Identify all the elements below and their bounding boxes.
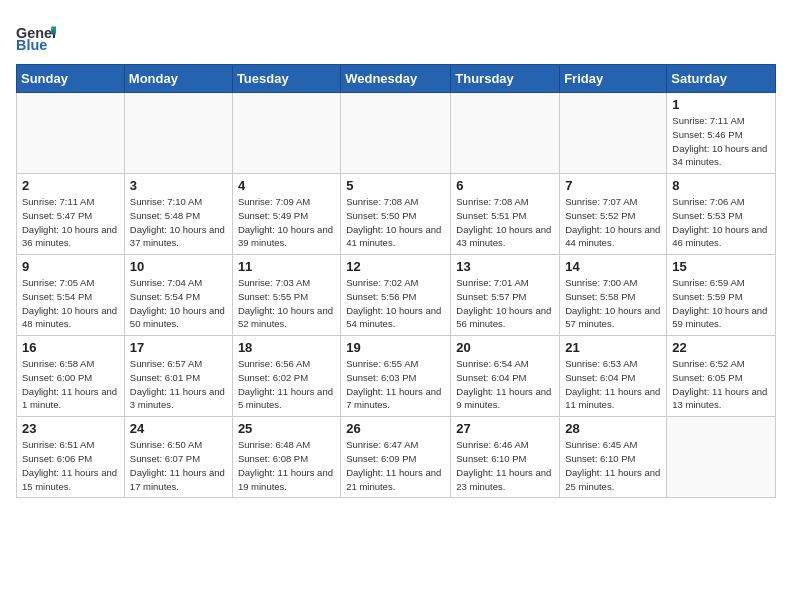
calendar-cell: 14Sunrise: 7:00 AM Sunset: 5:58 PM Dayli… (560, 255, 667, 336)
calendar-cell: 18Sunrise: 6:56 AM Sunset: 6:02 PM Dayli… (232, 336, 340, 417)
calendar-cell: 1Sunrise: 7:11 AM Sunset: 5:46 PM Daylig… (667, 93, 776, 174)
day-number: 25 (238, 421, 335, 436)
calendar-week-row-3: 9Sunrise: 7:05 AM Sunset: 5:54 PM Daylig… (17, 255, 776, 336)
calendar-cell: 11Sunrise: 7:03 AM Sunset: 5:55 PM Dayli… (232, 255, 340, 336)
calendar-cell: 23Sunrise: 6:51 AM Sunset: 6:06 PM Dayli… (17, 417, 125, 498)
calendar-cell (17, 93, 125, 174)
calendar-cell: 12Sunrise: 7:02 AM Sunset: 5:56 PM Dayli… (341, 255, 451, 336)
day-number: 14 (565, 259, 661, 274)
svg-text:Blue: Blue (16, 37, 47, 53)
calendar-cell: 22Sunrise: 6:52 AM Sunset: 6:05 PM Dayli… (667, 336, 776, 417)
day-info: Sunrise: 6:53 AM Sunset: 6:04 PM Dayligh… (565, 357, 661, 412)
calendar-cell: 9Sunrise: 7:05 AM Sunset: 5:54 PM Daylig… (17, 255, 125, 336)
day-info: Sunrise: 6:51 AM Sunset: 6:06 PM Dayligh… (22, 438, 119, 493)
day-info: Sunrise: 7:10 AM Sunset: 5:48 PM Dayligh… (130, 195, 227, 250)
day-number: 15 (672, 259, 770, 274)
calendar-cell: 5Sunrise: 7:08 AM Sunset: 5:50 PM Daylig… (341, 174, 451, 255)
calendar-cell: 15Sunrise: 6:59 AM Sunset: 5:59 PM Dayli… (667, 255, 776, 336)
calendar-cell: 2Sunrise: 7:11 AM Sunset: 5:47 PM Daylig… (17, 174, 125, 255)
day-number: 16 (22, 340, 119, 355)
calendar-cell (667, 417, 776, 498)
calendar-cell: 10Sunrise: 7:04 AM Sunset: 5:54 PM Dayli… (124, 255, 232, 336)
calendar-cell: 21Sunrise: 6:53 AM Sunset: 6:04 PM Dayli… (560, 336, 667, 417)
day-info: Sunrise: 7:00 AM Sunset: 5:58 PM Dayligh… (565, 276, 661, 331)
day-number: 21 (565, 340, 661, 355)
day-number: 20 (456, 340, 554, 355)
calendar-week-row-1: 1Sunrise: 7:11 AM Sunset: 5:46 PM Daylig… (17, 93, 776, 174)
calendar-cell: 7Sunrise: 7:07 AM Sunset: 5:52 PM Daylig… (560, 174, 667, 255)
weekday-header-sunday: Sunday (17, 65, 125, 93)
calendar-cell: 27Sunrise: 6:46 AM Sunset: 6:10 PM Dayli… (451, 417, 560, 498)
day-number: 4 (238, 178, 335, 193)
day-number: 12 (346, 259, 445, 274)
day-info: Sunrise: 7:01 AM Sunset: 5:57 PM Dayligh… (456, 276, 554, 331)
day-info: Sunrise: 6:45 AM Sunset: 6:10 PM Dayligh… (565, 438, 661, 493)
day-number: 2 (22, 178, 119, 193)
day-info: Sunrise: 6:59 AM Sunset: 5:59 PM Dayligh… (672, 276, 770, 331)
day-info: Sunrise: 7:03 AM Sunset: 5:55 PM Dayligh… (238, 276, 335, 331)
day-number: 19 (346, 340, 445, 355)
day-number: 11 (238, 259, 335, 274)
weekday-header-friday: Friday (560, 65, 667, 93)
day-number: 6 (456, 178, 554, 193)
day-number: 10 (130, 259, 227, 274)
day-number: 13 (456, 259, 554, 274)
calendar-cell: 8Sunrise: 7:06 AM Sunset: 5:53 PM Daylig… (667, 174, 776, 255)
day-number: 1 (672, 97, 770, 112)
day-info: Sunrise: 6:46 AM Sunset: 6:10 PM Dayligh… (456, 438, 554, 493)
day-number: 23 (22, 421, 119, 436)
day-info: Sunrise: 7:07 AM Sunset: 5:52 PM Dayligh… (565, 195, 661, 250)
calendar-cell (124, 93, 232, 174)
calendar-week-row-5: 23Sunrise: 6:51 AM Sunset: 6:06 PM Dayli… (17, 417, 776, 498)
calendar-cell: 24Sunrise: 6:50 AM Sunset: 6:07 PM Dayli… (124, 417, 232, 498)
weekday-header-row: SundayMondayTuesdayWednesdayThursdayFrid… (17, 65, 776, 93)
calendar-cell (341, 93, 451, 174)
day-info: Sunrise: 7:11 AM Sunset: 5:46 PM Dayligh… (672, 114, 770, 169)
day-number: 22 (672, 340, 770, 355)
weekday-header-saturday: Saturday (667, 65, 776, 93)
calendar-cell: 25Sunrise: 6:48 AM Sunset: 6:08 PM Dayli… (232, 417, 340, 498)
day-info: Sunrise: 6:58 AM Sunset: 6:00 PM Dayligh… (22, 357, 119, 412)
day-info: Sunrise: 6:52 AM Sunset: 6:05 PM Dayligh… (672, 357, 770, 412)
day-info: Sunrise: 6:47 AM Sunset: 6:09 PM Dayligh… (346, 438, 445, 493)
weekday-header-wednesday: Wednesday (341, 65, 451, 93)
calendar-cell (451, 93, 560, 174)
day-number: 5 (346, 178, 445, 193)
calendar-cell: 17Sunrise: 6:57 AM Sunset: 6:01 PM Dayli… (124, 336, 232, 417)
day-info: Sunrise: 7:05 AM Sunset: 5:54 PM Dayligh… (22, 276, 119, 331)
weekday-header-monday: Monday (124, 65, 232, 93)
calendar-cell: 13Sunrise: 7:01 AM Sunset: 5:57 PM Dayli… (451, 255, 560, 336)
day-number: 27 (456, 421, 554, 436)
day-number: 7 (565, 178, 661, 193)
day-info: Sunrise: 6:55 AM Sunset: 6:03 PM Dayligh… (346, 357, 445, 412)
day-number: 18 (238, 340, 335, 355)
calendar-cell: 16Sunrise: 6:58 AM Sunset: 6:00 PM Dayli… (17, 336, 125, 417)
day-info: Sunrise: 6:48 AM Sunset: 6:08 PM Dayligh… (238, 438, 335, 493)
calendar-cell (232, 93, 340, 174)
day-info: Sunrise: 7:02 AM Sunset: 5:56 PM Dayligh… (346, 276, 445, 331)
calendar-week-row-4: 16Sunrise: 6:58 AM Sunset: 6:00 PM Dayli… (17, 336, 776, 417)
day-number: 26 (346, 421, 445, 436)
calendar-cell: 20Sunrise: 6:54 AM Sunset: 6:04 PM Dayli… (451, 336, 560, 417)
day-info: Sunrise: 7:08 AM Sunset: 5:51 PM Dayligh… (456, 195, 554, 250)
day-number: 17 (130, 340, 227, 355)
day-info: Sunrise: 6:57 AM Sunset: 6:01 PM Dayligh… (130, 357, 227, 412)
calendar-week-row-2: 2Sunrise: 7:11 AM Sunset: 5:47 PM Daylig… (17, 174, 776, 255)
calendar-cell: 19Sunrise: 6:55 AM Sunset: 6:03 PM Dayli… (341, 336, 451, 417)
day-number: 24 (130, 421, 227, 436)
day-info: Sunrise: 7:11 AM Sunset: 5:47 PM Dayligh… (22, 195, 119, 250)
day-number: 3 (130, 178, 227, 193)
calendar-cell: 4Sunrise: 7:09 AM Sunset: 5:49 PM Daylig… (232, 174, 340, 255)
calendar-cell: 6Sunrise: 7:08 AM Sunset: 5:51 PM Daylig… (451, 174, 560, 255)
weekday-header-thursday: Thursday (451, 65, 560, 93)
calendar-cell: 26Sunrise: 6:47 AM Sunset: 6:09 PM Dayli… (341, 417, 451, 498)
day-info: Sunrise: 7:06 AM Sunset: 5:53 PM Dayligh… (672, 195, 770, 250)
weekday-header-tuesday: Tuesday (232, 65, 340, 93)
calendar-cell: 28Sunrise: 6:45 AM Sunset: 6:10 PM Dayli… (560, 417, 667, 498)
calendar-cell: 3Sunrise: 7:10 AM Sunset: 5:48 PM Daylig… (124, 174, 232, 255)
day-info: Sunrise: 7:08 AM Sunset: 5:50 PM Dayligh… (346, 195, 445, 250)
page-header: General Blue (16, 16, 776, 56)
day-info: Sunrise: 6:50 AM Sunset: 6:07 PM Dayligh… (130, 438, 227, 493)
calendar-table: SundayMondayTuesdayWednesdayThursdayFrid… (16, 64, 776, 498)
logo: General Blue (16, 16, 56, 56)
